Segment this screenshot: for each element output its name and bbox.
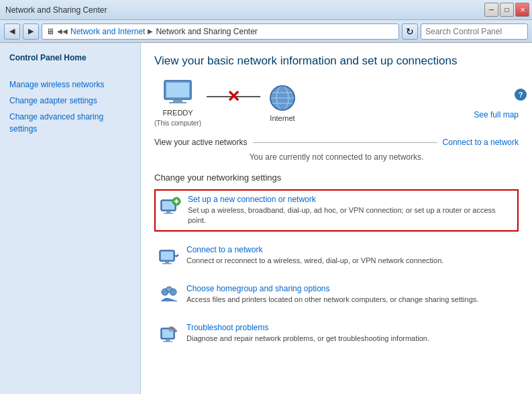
page-title: View your basic network information and … (154, 54, 519, 68)
sidebar: Control Panel Home Manage wireless netwo… (0, 43, 141, 394)
sidebar-item-change-adapter[interactable]: Change adapter settings (0, 93, 140, 109)
connect-network-desc: Connect or reconnect to a wireless, wire… (187, 256, 443, 264)
minimize-button[interactable]: ─ (484, 3, 498, 17)
homegroup-action-text: Choose homegroup and sharing options Acc… (187, 284, 515, 305)
homegroup-icon (158, 284, 180, 305)
svg-rect-18 (161, 252, 173, 260)
connect-network-icon (158, 245, 180, 266)
forward-button[interactable]: ▶ (23, 23, 39, 40)
action-item-setup: Set up a new connection or network Set u… (154, 189, 519, 232)
main-layout: Control Panel Home Manage wireless netwo… (0, 43, 532, 394)
connect-network-link[interactable]: Connect to a network (187, 245, 515, 254)
internet-label: Internet (270, 114, 295, 122)
breadcrumb-network-internet[interactable]: Network and Internet (70, 27, 145, 36)
action-item-homegroup: Choose homegroup and sharing options Acc… (154, 280, 519, 309)
close-button[interactable]: ✕ (515, 3, 529, 17)
computer-icon (161, 79, 195, 106)
breadcrumb-icon: 🖥 (46, 27, 54, 36)
addressbar: ◀ ▶ 🖥 ◀◀ Network and Internet ▶ Network … (0, 20, 532, 43)
homegroup-desc: Access files and printers located on oth… (187, 295, 478, 303)
titlebar: Network and Sharing Center ─ □ ✕ (0, 0, 532, 20)
window-title: Network and Sharing Center (5, 5, 107, 15)
homegroup-link[interactable]: Choose homegroup and sharing options (187, 284, 515, 293)
globe-icon (266, 85, 299, 111)
networking-settings-title: Change your networking settings (154, 173, 519, 183)
setup-connection-link[interactable]: Set up a new connection or network (188, 195, 513, 204)
active-networks-header: View your active networks Connect to a n… (154, 138, 519, 147)
svg-rect-1 (166, 83, 189, 97)
troubleshoot-link[interactable]: Troubleshoot problems (187, 323, 515, 332)
search-input[interactable] (421, 27, 528, 36)
sidebar-item-control-panel-home[interactable]: Control Panel Home (0, 50, 140, 66)
connector: ✕ (201, 96, 266, 111)
sidebar-item-manage-wireless[interactable]: Manage wireless networks (0, 77, 140, 93)
no-network-text: You are currently not connected to any n… (154, 152, 519, 162)
setup-action-text: Set up a new connection or network Set u… (188, 195, 513, 226)
see-full-map-link[interactable]: See full map (474, 110, 519, 119)
internet-item: Internet (266, 85, 299, 122)
svg-rect-28 (163, 341, 172, 342)
breadcrumb-arrow: ▶ (148, 28, 153, 35)
connect-action-text: Connect to a network Connect or reconnec… (187, 245, 515, 266)
action-item-connect: Connect to a network Connect or reconnec… (154, 241, 519, 270)
svg-rect-20 (162, 263, 172, 264)
svg-rect-12 (166, 211, 170, 213)
back-button[interactable]: ◀ (4, 23, 20, 40)
window: Network and Sharing Center ─ □ ✕ ◀ ▶ 🖥 ◀… (0, 0, 532, 394)
active-networks-label: View your active networks (154, 138, 248, 147)
sidebar-item-change-advanced[interactable]: Change advanced sharing settings (0, 109, 140, 137)
action-item-troubleshoot: Troubleshoot problems Diagnose and repai… (154, 319, 519, 348)
connect-to-network-link[interactable]: Connect to a network (443, 138, 519, 147)
troubleshoot-icon (158, 323, 180, 344)
svg-rect-2 (173, 99, 182, 102)
setup-connection-icon (160, 195, 181, 216)
svg-point-24 (166, 287, 172, 292)
titlebar-controls: ─ □ ✕ (484, 3, 529, 17)
breadcrumb-current: Network and Sharing Center (156, 27, 257, 36)
breadcrumb-sep-1: ◀◀ (57, 28, 68, 35)
refresh-button[interactable]: ↻ (402, 23, 418, 40)
computer-sublabel: (This computer) (154, 119, 201, 127)
content-area: ? View your basic network information an… (141, 43, 532, 394)
troubleshoot-action-text: Troubleshoot problems Diagnose and repai… (187, 323, 515, 344)
computer-label: FREDDY (162, 109, 193, 117)
help-icon[interactable]: ? (515, 89, 527, 101)
svg-rect-13 (164, 213, 173, 214)
svg-rect-3 (169, 102, 187, 103)
maximize-button[interactable]: □ (500, 3, 514, 17)
active-networks-line (253, 142, 437, 143)
breadcrumb-bar: 🖥 ◀◀ Network and Internet ▶ Network and … (42, 23, 399, 40)
search-bar: 🔍 (421, 23, 528, 40)
network-diagram: FREDDY (This computer) ✕ (154, 79, 519, 127)
troubleshoot-desc: Diagnose and repair network problems, or… (187, 334, 429, 342)
setup-connection-desc: Set up a wireless, broadband, dial-up, a… (188, 206, 496, 224)
svg-rect-19 (165, 261, 169, 263)
computer-item: FREDDY (This computer) (154, 79, 201, 127)
svg-rect-27 (166, 339, 170, 341)
connection-x-mark: ✕ (227, 87, 240, 106)
